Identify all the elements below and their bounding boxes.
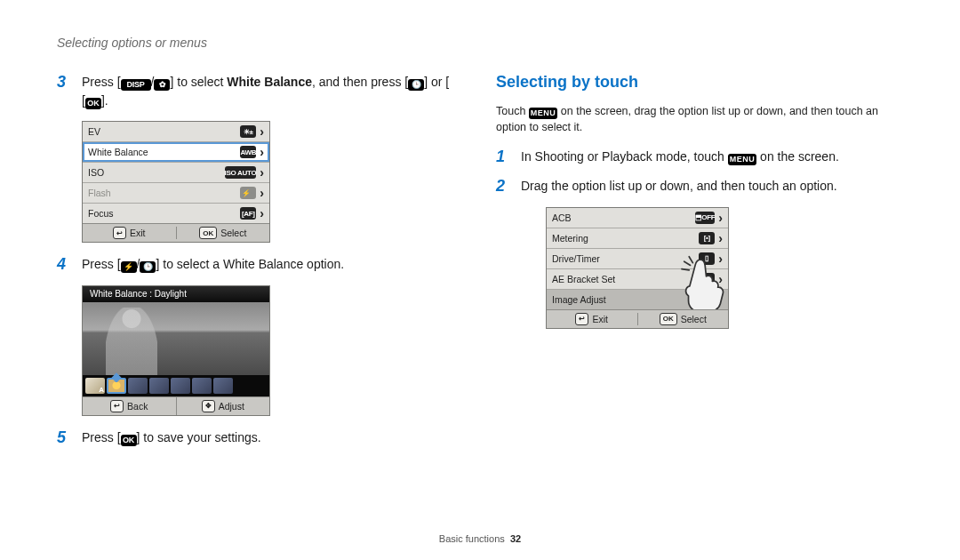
step-number: 5: [57, 428, 75, 448]
step-3-text: Press [DISP/✿] to select White Balance, …: [82, 73, 464, 110]
wb-softkeys: ↩ Back ✥ Adjust: [83, 396, 269, 415]
ok-key-icon: OK: [660, 313, 677, 325]
right-column: Selecting by touch Touch MENU on the scr…: [496, 73, 903, 341]
ok-key-icon: OK: [199, 227, 217, 239]
wb-preview-image: [83, 302, 269, 375]
select-button[interactable]: OK Select: [637, 313, 729, 325]
menu-row-focus[interactable]: Focus [AF] ›: [83, 204, 269, 223]
step-5-text: Press [OK] to save your settings.: [82, 428, 464, 448]
metering-icon: [•]: [699, 232, 715, 244]
wb-fluorescent-l-thumb[interactable]: [171, 378, 190, 394]
back-key-icon: ↩: [575, 313, 588, 325]
wb-tungsten-thumb[interactable]: [192, 378, 212, 394]
ok-glyph: OK: [121, 435, 137, 446]
ok-glyph: OK: [85, 98, 101, 109]
page-footer: Basic functions 32: [0, 533, 960, 544]
adjust-button[interactable]: ✥ Adjust: [176, 397, 270, 415]
step-number: 2: [496, 177, 514, 196]
ev-icon: ☀±: [240, 125, 256, 138]
menu-row-iso[interactable]: ISO ISO AUTO ›: [83, 163, 269, 183]
menu-row-ev[interactable]: EV ☀± ›: [83, 122, 269, 142]
menu-glyph: MENU: [728, 154, 757, 165]
step-2: 2 Drag the option list up or down, and t…: [496, 177, 903, 196]
chevron-right-icon: ›: [260, 206, 264, 220]
chevron-right-icon: ›: [718, 252, 723, 266]
menu-row-flash: Flash ⚡A ›: [83, 183, 269, 204]
af-icon: [AF]: [240, 207, 256, 220]
step-number: 4: [57, 255, 75, 275]
menu-row-ae-bracket[interactable]: AE Bracket Set ±.3 ›: [547, 269, 728, 290]
content-columns: 3 Press [DISP/✿] to select White Balance…: [57, 73, 903, 458]
wb-custom-thumb[interactable]: [213, 378, 233, 394]
flash-glyph: ⚡: [121, 261, 137, 273]
timer-glyph: 🕒: [140, 261, 156, 273]
flash-icon: ⚡A: [240, 187, 256, 199]
menu-glyph: MENU: [529, 108, 558, 119]
back-key-icon: ↩: [110, 400, 124, 412]
menu-row-white-balance[interactable]: White Balance AWB ›: [83, 142, 269, 163]
acb-icon: ⬒OFF: [695, 212, 716, 224]
menu-row-acb[interactable]: ACB ⬒OFF ›: [547, 208, 728, 228]
wb-cloudy-thumb[interactable]: [128, 378, 148, 394]
wb-daylight-thumb[interactable]: [107, 378, 126, 394]
bracket-icon: ±.3: [699, 273, 715, 285]
chevron-right-icon: ›: [260, 124, 264, 139]
step-number: 1: [496, 148, 514, 167]
running-head: Selecting options or menus: [57, 36, 903, 50]
back-button[interactable]: ↩ Back: [83, 397, 176, 415]
chevron-right-icon: ›: [718, 272, 723, 286]
menu-row-image-adjust[interactable]: Image Adjust: [547, 290, 728, 309]
section-heading: Selecting by touch: [496, 73, 903, 92]
manual-page: Selecting options or menus 3 Press [DISP…: [0, 0, 960, 560]
menu-softkeys: ↩ Exit OK Select: [83, 223, 269, 242]
step-2-text: Drag the option list up or down, and the…: [521, 177, 903, 196]
chevron-right-icon: ›: [260, 165, 264, 180]
menu-row-metering[interactable]: Metering [•] ›: [547, 228, 728, 249]
step-1-text: In Shooting or Playback mode, touch MENU…: [521, 148, 903, 167]
timer-glyph: 🕒: [408, 79, 424, 91]
wb-option-strip[interactable]: [83, 375, 269, 396]
left-column: 3 Press [DISP/✿] to select White Balance…: [57, 73, 464, 458]
iso-icon: ISO AUTO: [225, 166, 257, 179]
wb-auto-thumb[interactable]: [85, 378, 105, 394]
exit-button[interactable]: ↩ Exit: [547, 313, 637, 325]
chevron-right-icon: ›: [260, 145, 264, 159]
step-3: 3 Press [DISP/✿] to select White Balance…: [57, 73, 464, 110]
wb-fluorescent-h-thumb[interactable]: [149, 378, 169, 394]
menu-screen-1: EV ☀± › White Balance AWB › ISO ISO AUTO…: [82, 121, 270, 243]
wb-title-bar: White Balance : Daylight: [83, 286, 269, 302]
select-button[interactable]: OK Select: [176, 227, 270, 239]
exit-button[interactable]: ↩ Exit: [83, 227, 176, 239]
step-1: 1 In Shooting or Playback mode, touch ME…: [496, 148, 903, 167]
menu-screen-touch: ACB ⬒OFF › Metering [•] › Drive/Timer ▯ …: [546, 207, 729, 329]
step-5: 5 Press [OK] to save your settings.: [57, 428, 464, 448]
chevron-right-icon: ›: [260, 186, 264, 200]
drive-icon: ▯: [699, 252, 715, 265]
step-4: 4 Press [⚡/🕒] to select a White Balance …: [57, 255, 464, 275]
step-4-text: Press [⚡/🕒] to select a White Balance op…: [82, 255, 464, 275]
macro-glyph: ✿: [154, 79, 170, 91]
back-key-icon: ↩: [113, 227, 126, 239]
step-number: 3: [57, 73, 75, 110]
menu-row-drive-timer[interactable]: Drive/Timer ▯ ›: [547, 249, 728, 269]
wb-preview-screen: White Balance : Daylight ↩ Back: [82, 285, 270, 416]
chevron-right-icon: ›: [718, 211, 723, 225]
awb-icon: AWB: [240, 146, 256, 158]
chevron-right-icon: ›: [718, 231, 723, 245]
menu-softkeys: ↩ Exit OK Select: [547, 309, 728, 328]
dpad-key-icon: ✥: [202, 400, 215, 412]
touch-intro: Touch MENU on the screen, drag the optio…: [496, 103, 903, 135]
disp-glyph: DISP: [121, 79, 151, 91]
